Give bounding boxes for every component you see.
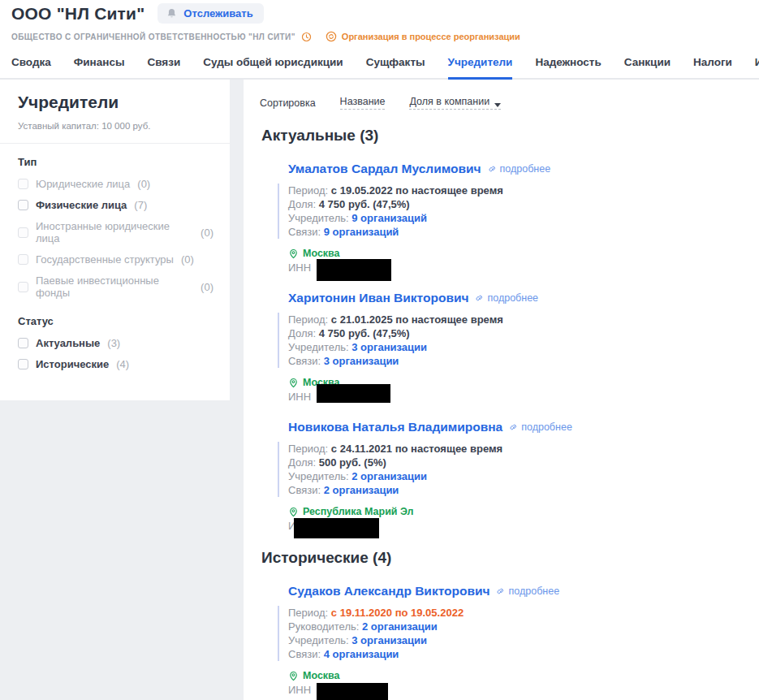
tab-sushchfakty[interactable]: Сущфакты [366,48,425,78]
tab-svodka[interactable]: Сводка [11,48,51,78]
checkbox-icon[interactable] [18,338,28,348]
founders-panel: Сортировка Название Доля в компании Акту… [244,80,759,700]
filter-investment-funds[interactable]: Паевые инвестиционные фонды (0) [18,274,213,299]
redacted-inn [317,683,388,700]
status-filter-label: Статус [18,315,213,327]
filters-sidebar: Учредители Уставный капитал: 10 000 руб.… [0,80,230,400]
link-icon [475,293,485,303]
link-icon [509,422,519,432]
connections-link[interactable]: 4 организации [324,648,399,660]
tab-sankcii[interactable]: Санкции [624,48,671,78]
inn-row: ИНН [278,391,759,403]
founder-card: Харитонин Иван Викторович подробнее Пери… [278,291,759,403]
reorganization-icon [326,31,337,42]
founder-card: Судаков Александр Викторович подробнее П… [278,584,759,696]
location-pin-icon [288,507,299,517]
clock-icon [301,32,312,42]
track-button[interactable]: Отслеживать [157,3,263,24]
checkbox-icon[interactable] [18,254,28,265]
filter-legal-entities[interactable]: Юридические лица (0) [18,178,213,190]
period-value: с 24.11.2021 по настоящее время [331,443,502,455]
sort-label: Сортировка [260,97,316,109]
tab-istoriya[interactable]: История [755,48,759,78]
location-text: Москва [303,670,340,681]
checkbox-icon[interactable] [18,359,28,369]
company-full-name: ОБЩЕСТВО С ОГРАНИЧЕННОЙ ОТВЕТСТВЕННОСТЬЮ… [11,32,295,41]
redacted-inn [294,518,379,538]
checkbox-icon[interactable] [18,227,28,238]
link-icon [488,164,498,174]
details-link[interactable]: подробнее [496,585,559,597]
inn-row: ИНН [278,684,759,696]
filter-historical[interactable]: Исторические (4) [18,358,213,370]
founder-name-link[interactable]: Судаков Александр Викторович [288,584,489,598]
inn-row: ИНН [278,261,759,274]
location-text: Республика Марий Эл [303,506,414,517]
manager-orgs-link[interactable]: 2 организации [362,620,438,633]
company-title: ООО "НЛ Сити" [11,4,144,24]
section-title-actual: Актуальные (3) [261,127,759,145]
connections-link[interactable]: 3 организации [324,355,399,367]
tab-nadezhnost[interactable]: Надежность [535,48,601,78]
filter-individuals[interactable]: Физические лица (7) [18,199,213,211]
sidebar-divider [0,143,230,144]
redacted-inn [317,259,391,281]
page-header: ООО "НЛ Сити" Отслеживать ОБЩЕСТВО С ОГР… [0,0,759,42]
checkbox-icon[interactable] [18,179,28,189]
inn-row: ИН [278,520,759,532]
reorganization-notice: Организация в процессе реорганизации [342,32,520,41]
chevron-down-icon [494,103,501,107]
sort-by-name[interactable]: Название [340,96,386,110]
founder-name-link[interactable]: Харитонин Иван Викторович [288,291,468,305]
tab-uchrediteli[interactable]: Учредители [448,48,513,80]
founder-orgs-link[interactable]: 9 организаций [351,212,427,224]
sort-by-share[interactable]: Доля в компании [409,96,501,110]
share-value: 4 750 руб. (47,5%) [319,198,410,210]
link-icon [496,586,506,596]
founder-card: Новикова Наталья Владимировна подробнее … [278,420,759,532]
filter-foreign-entities[interactable]: Иностранные юридические лица (0) [18,220,213,244]
details-link[interactable]: подробнее [475,292,538,304]
type-filter-label: Тип [18,156,213,168]
section-title-historical: Исторические (4) [261,549,759,567]
filter-actual[interactable]: Актуальные (3) [18,337,213,349]
charter-capital: Уставный капитал: 10 000 руб. [18,121,213,131]
redacted-inn [317,384,390,403]
connections-link[interactable]: 2 организации [324,484,399,496]
tab-svyazi[interactable]: Связи [147,48,180,78]
bell-icon [166,7,178,19]
tab-bar: Сводка Финансы Связи Суды общей юрисдикц… [0,48,759,80]
tab-sudy[interactable]: Суды общей юрисдикции [203,48,343,78]
page-content: Учредители Уставный капитал: 10 000 руб.… [0,80,759,700]
share-value: 4 750 руб. (47,5%) [319,327,410,339]
location-pin-icon [288,378,299,388]
checkbox-icon[interactable] [18,200,28,210]
founder-card: Умалатов Сардал Муслимович подробнее Пер… [278,162,759,274]
sort-row: Сортировка Название Доля в компании [260,96,759,110]
location-pin-icon [288,248,299,259]
founder-orgs-link[interactable]: 2 организации [351,470,427,482]
founder-orgs-link[interactable]: 3 организации [351,341,427,353]
share-value: 500 руб. (5%) [319,456,386,469]
details-link[interactable]: подробнее [488,163,551,175]
filter-state-structures[interactable]: Государственные структуры (0) [18,253,213,266]
sidebar-title: Учредители [18,93,213,112]
checkbox-icon[interactable] [18,282,28,292]
period-value: с 19.11.2020 по 19.05.2022 [331,607,464,619]
founder-name-link[interactable]: Умалатов Сардал Муслимович [288,162,481,176]
tab-nalogi[interactable]: Налоги [693,48,732,78]
details-link[interactable]: подробнее [509,421,572,433]
period-value: с 19.05.2022 по настоящее время [331,184,503,197]
founder-orgs-link[interactable]: 3 организации [351,634,427,646]
connections-link[interactable]: 9 организаций [324,226,399,238]
location-pin-icon [288,671,299,681]
location-text: Москва [303,248,340,259]
tab-finansy[interactable]: Финансы [74,48,125,78]
period-value: с 21.01.2025 по настоящее время [331,313,503,326]
founder-name-link[interactable]: Новикова Наталья Владимировна [288,420,502,434]
track-button-label: Отслеживать [183,7,252,19]
